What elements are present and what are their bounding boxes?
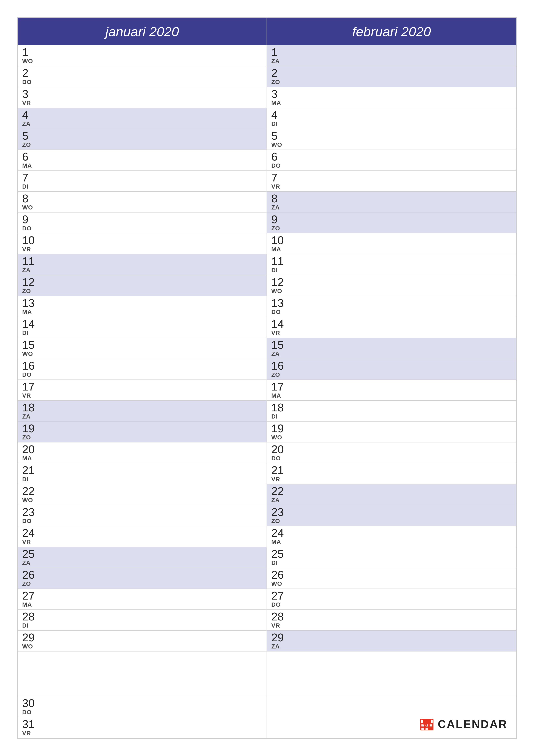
jan-extra-days: 30 DO 31 VR: [18, 696, 267, 738]
day-number: 4: [271, 109, 289, 121]
day-info: 4 ZA: [22, 109, 39, 127]
day-info: 15 WO: [22, 339, 39, 357]
day-number: 7: [271, 172, 289, 183]
feb-day-row: 15 ZA: [267, 338, 516, 359]
day-info: 26 ZO: [22, 569, 39, 587]
day-info: 9 DO: [22, 214, 39, 232]
day-number: 22: [271, 486, 289, 497]
jan-day-row: 13 MA: [18, 296, 267, 317]
day-number: 6: [22, 151, 39, 162]
day-number: 15: [271, 339, 289, 350]
day-number: 21: [22, 465, 39, 476]
day-name: VR: [271, 476, 289, 483]
jan-day-row: 11 ZA: [18, 254, 267, 275]
feb-day-row: 16 ZO: [267, 359, 516, 380]
feb-day-row: 17 MA: [267, 380, 516, 401]
day-info: 15 ZA: [271, 339, 289, 357]
day-number: 23: [271, 506, 289, 518]
day-number: 27: [271, 590, 289, 601]
jan-day-row: 9 DO: [18, 212, 267, 233]
feb-day-row: 29 ZA: [267, 631, 516, 652]
day-name: WO: [271, 434, 289, 441]
day-number: 11: [22, 256, 39, 267]
jan-day-row: 18 ZA: [18, 401, 267, 421]
feb-day-row: 10 MA: [267, 233, 516, 254]
calendar-grid: januari 2020 1 WO 2 DO 3 VR 4 ZA 5 ZO 6 …: [17, 17, 517, 696]
day-name: WO: [271, 141, 289, 148]
day-name: WO: [271, 288, 289, 295]
jan-day-row: 17 VR: [18, 380, 267, 401]
bottom-area: 30 DO 31 VR 7: [17, 696, 517, 739]
day-info: 6 DO: [271, 151, 289, 169]
day-name: MA: [22, 162, 39, 169]
day-info: 12 WO: [271, 277, 289, 295]
day-info: 20 MA: [22, 444, 39, 462]
svg-text:7: 7: [423, 722, 428, 731]
day-info: 10 VR: [22, 235, 39, 253]
february-days: 1 ZA 2 ZO 3 MA 4 DI 5 WO 6 DO 7 VR 8 ZA …: [267, 45, 516, 652]
jan-day-row: 1 WO: [18, 45, 267, 66]
day-name: DO: [22, 709, 39, 716]
jan-day-row: 15 WO: [18, 338, 267, 359]
day-info: 4 DI: [271, 109, 289, 127]
day-number: 16: [22, 360, 39, 371]
january-column: januari 2020 1 WO 2 DO 3 VR 4 ZA 5 ZO 6 …: [18, 18, 267, 696]
day-name: WO: [22, 204, 39, 211]
day-number: 11: [271, 256, 289, 267]
jan-day-row: 6 MA: [18, 150, 267, 171]
day-number: 10: [22, 235, 39, 246]
day-info: 29 ZA: [271, 632, 289, 650]
day-name: DI: [22, 622, 39, 629]
day-name: MA: [271, 246, 289, 253]
feb-day-row: 26 WO: [267, 568, 516, 589]
day-name: ZO: [271, 371, 289, 378]
day-number: 31: [22, 718, 39, 730]
day-number: 18: [22, 402, 39, 413]
day-info: 18 DI: [271, 402, 289, 420]
day-number: 1: [271, 46, 289, 58]
day-number: 3: [271, 88, 289, 99]
day-name: MA: [271, 539, 289, 546]
day-info: 24 MA: [271, 527, 289, 546]
jan-day-row: 22 WO: [18, 484, 267, 505]
jan-day-row: 16 DO: [18, 359, 267, 380]
feb-day-row: 7 VR: [267, 171, 516, 192]
day-name: MA: [22, 455, 39, 462]
day-name: ZO: [271, 79, 289, 86]
day-info: 7 DI: [22, 172, 39, 190]
day-info: 30 DO: [22, 698, 39, 716]
jan-day-row: 21 DI: [18, 463, 267, 484]
page: januari 2020 1 WO 2 DO 3 VR 4 ZA 5 ZO 6 …: [0, 0, 534, 756]
day-name: WO: [22, 643, 39, 650]
jan-day-row: 7 DI: [18, 171, 267, 192]
day-name: ZA: [22, 121, 39, 127]
day-number: 5: [22, 130, 39, 141]
day-info: 23 ZO: [271, 506, 289, 525]
feb-day-row: 27 DO: [267, 589, 516, 610]
day-info: 21 VR: [271, 465, 289, 483]
day-name: ZO: [271, 225, 289, 232]
day-info: 19 WO: [271, 423, 289, 441]
day-info: 26 WO: [271, 569, 289, 587]
day-name: VR: [22, 392, 39, 399]
feb-day-row: 11 DI: [267, 254, 516, 275]
day-name: WO: [22, 58, 39, 65]
day-name: VR: [22, 730, 39, 737]
day-name: DO: [271, 601, 289, 608]
day-number: 29: [22, 632, 39, 643]
svg-rect-4: [431, 719, 433, 723]
day-name: VR: [271, 183, 289, 190]
feb-day-row: 25 DI: [267, 547, 516, 568]
jan-day-row: 19 ZO: [18, 421, 267, 443]
jan-day-row: 10 VR: [18, 233, 267, 254]
day-number: 19: [271, 423, 289, 434]
feb-day-row: 6 DO: [267, 150, 516, 171]
feb-day-row: 23 ZO: [267, 505, 516, 526]
day-number: 27: [22, 590, 39, 601]
day-info: 1 ZA: [271, 46, 289, 65]
day-info: 29 WO: [22, 632, 39, 650]
jan-day-row: 24 VR: [18, 526, 267, 547]
feb-day-row: 3 MA: [267, 87, 516, 108]
feb-day-row: 9 ZO: [267, 212, 516, 233]
feb-day-row: 8 ZA: [267, 192, 516, 212]
